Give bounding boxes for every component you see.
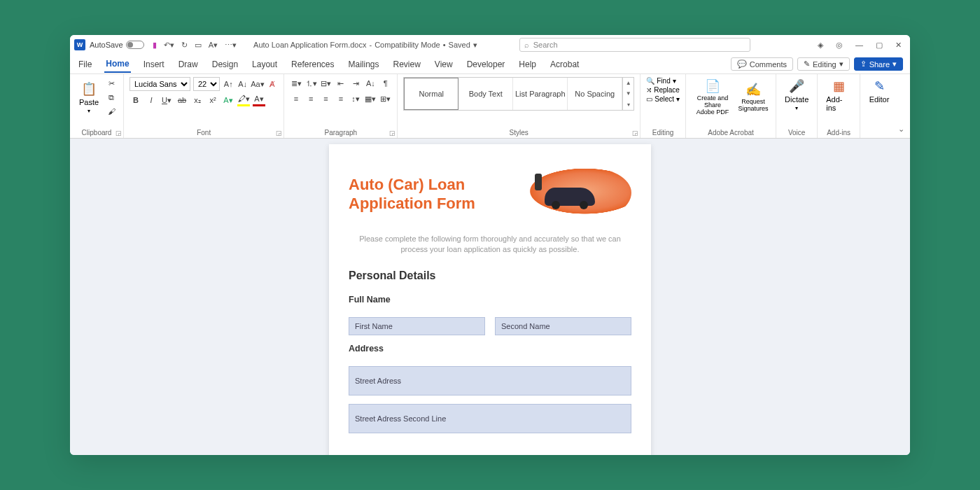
- shrink-font-icon[interactable]: A↓: [237, 78, 248, 90]
- editing-button[interactable]: ✎ Editing ▾: [797, 57, 850, 71]
- save-icon[interactable]: ▮: [151, 39, 158, 51]
- gallery-down-icon[interactable]: ▼: [623, 88, 634, 99]
- car-icon: [545, 188, 595, 206]
- document-canvas[interactable]: Auto (Car) Loan Application Form Please …: [70, 139, 910, 455]
- underline-icon[interactable]: U▾: [160, 94, 173, 106]
- chevron-down-icon[interactable]: ▾: [473, 41, 477, 50]
- tab-references[interactable]: References: [290, 57, 335, 72]
- copy-icon[interactable]: ⧉: [105, 91, 118, 104]
- tab-home[interactable]: Home: [104, 56, 130, 73]
- multilevel-icon[interactable]: ⊟▾: [320, 77, 332, 90]
- grow-font-icon[interactable]: A↑: [223, 78, 234, 90]
- italic-icon[interactable]: I: [145, 94, 158, 106]
- qat-text-icon[interactable]: A▾: [207, 39, 219, 51]
- text-effects-icon[interactable]: A▾: [222, 94, 234, 106]
- ribbon: 📋 Paste▾ ✂ ⧉ 🖌 Clipboard ◲ Lucida Sans 2…: [70, 74, 910, 139]
- font-size-select[interactable]: 22.5: [193, 77, 220, 91]
- dec-indent-icon[interactable]: ⇤: [335, 77, 346, 90]
- qat-box-icon[interactable]: ▭: [193, 39, 203, 51]
- sort-icon[interactable]: A↓: [365, 77, 377, 90]
- tab-help[interactable]: Help: [517, 57, 538, 72]
- autosave-control[interactable]: AutoSave: [90, 41, 144, 49]
- pending-icon[interactable]: ◎: [836, 41, 843, 50]
- redo-icon[interactable]: ↻: [180, 39, 189, 51]
- collapse-ribbon-icon[interactable]: ⌄: [898, 74, 910, 138]
- undo-icon[interactable]: ↶▾: [162, 39, 176, 51]
- clipboard-launcher-icon[interactable]: ◲: [115, 130, 122, 136]
- inc-indent-icon[interactable]: ⇥: [349, 77, 361, 90]
- tab-review[interactable]: Review: [392, 57, 422, 72]
- tab-developer[interactable]: Developer: [465, 57, 507, 72]
- input-second-name[interactable]: Second Name: [495, 317, 631, 335]
- style-normal[interactable]: Normal: [404, 78, 458, 110]
- line-spacing-icon[interactable]: ↕▾: [349, 92, 361, 105]
- bold-icon[interactable]: B: [130, 94, 142, 106]
- font-color-icon[interactable]: A▾: [253, 94, 265, 106]
- search-box[interactable]: ⌕ Search: [519, 38, 750, 52]
- group-paragraph: ≣▾ ⒈▾ ⊟▾ ⇤ ⇥ A↓ ¶ ≡ ≡ ≡ ≡ ↕▾ ▦▾ ⊞▾: [284, 74, 398, 138]
- close-icon[interactable]: ✕: [895, 41, 902, 50]
- shading-icon[interactable]: ▦▾: [365, 92, 377, 105]
- tab-design[interactable]: Design: [211, 57, 239, 72]
- editor-button[interactable]: ✎ Editor: [866, 77, 892, 105]
- style-body-text[interactable]: Body Text: [458, 78, 513, 110]
- format-painter-icon[interactable]: 🖌: [105, 105, 118, 118]
- input-street2[interactable]: Street Adress Second Line: [349, 404, 631, 433]
- strike-icon[interactable]: ab: [176, 94, 188, 106]
- font-launcher-icon[interactable]: ◲: [276, 130, 282, 136]
- align-right-icon[interactable]: ≡: [320, 92, 332, 105]
- tab-insert[interactable]: Insert: [142, 57, 166, 72]
- subscript-icon[interactable]: x₂: [191, 94, 204, 106]
- highlight-icon[interactable]: 🖍▾: [237, 94, 250, 106]
- style-list-paragraph[interactable]: List Paragraph: [513, 78, 568, 110]
- align-center-icon[interactable]: ≡: [305, 92, 317, 105]
- create-pdf-button[interactable]: 📄 Create and Share Adobe PDF: [692, 77, 734, 118]
- group-editing: 🔍 Find ▾ ⤭ Replace ▭ Select ▾ Editing: [640, 74, 686, 138]
- tab-layout[interactable]: Layout: [251, 57, 279, 72]
- select-button[interactable]: ▭ Select ▾: [646, 95, 680, 103]
- find-button[interactable]: 🔍 Find ▾: [646, 77, 680, 85]
- justify-icon[interactable]: ≡: [335, 92, 346, 105]
- superscript-icon[interactable]: x²: [206, 94, 219, 106]
- numbering-icon[interactable]: ⒈▾: [305, 77, 317, 90]
- minimize-icon[interactable]: —: [855, 41, 863, 50]
- comments-button[interactable]: 💬 Comments: [731, 57, 793, 71]
- tab-acrobat[interactable]: Acrobat: [549, 57, 580, 72]
- share-button[interactable]: ⇪ Share ▾: [854, 57, 903, 71]
- quick-access-toolbar: ▮ ↶▾ ↻ ▭ A▾ ⋯▾: [151, 39, 238, 51]
- bullets-icon[interactable]: ≣▾: [290, 77, 302, 90]
- label-address: Address: [349, 344, 631, 354]
- dictate-button[interactable]: 🎤 Dictate▾: [782, 77, 811, 113]
- input-first-name[interactable]: First Name: [349, 317, 485, 335]
- input-street[interactable]: Street Adress: [349, 366, 631, 396]
- group-adobe: 📄 Create and Share Adobe PDF ✍ Request S…: [686, 74, 776, 138]
- tab-draw[interactable]: Draw: [177, 57, 200, 72]
- change-case-icon[interactable]: Aa▾: [251, 78, 264, 90]
- car-illustration: [528, 167, 631, 221]
- tab-file[interactable]: File: [77, 57, 93, 72]
- qat-more-icon[interactable]: ⋯▾: [223, 39, 238, 51]
- diamond-icon[interactable]: ◈: [818, 41, 823, 50]
- microphone-icon: 🎤: [789, 78, 804, 94]
- style-no-spacing[interactable]: No Spacing: [568, 78, 622, 110]
- addins-button[interactable]: ▦ Add-ins: [823, 77, 854, 113]
- align-left-icon[interactable]: ≡: [290, 92, 302, 105]
- styles-launcher-icon[interactable]: ◲: [632, 130, 638, 136]
- maximize-icon[interactable]: ▢: [876, 41, 883, 50]
- tab-view[interactable]: View: [433, 57, 454, 72]
- document-title: Auto Loan Application Form.docx - Compat…: [253, 41, 477, 50]
- paste-button[interactable]: 📋 Paste▾: [76, 80, 102, 115]
- borders-icon[interactable]: ⊞▾: [379, 92, 391, 105]
- cut-icon[interactable]: ✂: [105, 77, 118, 90]
- autosave-toggle[interactable]: [126, 41, 144, 49]
- request-signatures-button[interactable]: ✍ Request Signatures: [736, 80, 770, 114]
- replace-button[interactable]: ⤭ Replace: [646, 86, 680, 94]
- paragraph-launcher-icon[interactable]: ◲: [389, 130, 396, 136]
- gallery-more-icon[interactable]: ▾: [623, 99, 634, 110]
- clear-format-icon[interactable]: A̸: [267, 78, 278, 90]
- tab-mailings[interactable]: Mailings: [346, 57, 380, 72]
- font-family-select[interactable]: Lucida Sans: [130, 77, 190, 91]
- gallery-up-icon[interactable]: ▲: [623, 78, 634, 88]
- show-marks-icon[interactable]: ¶: [379, 77, 391, 90]
- app-window: W AutoSave ▮ ↶▾ ↻ ▭ A▾ ⋯▾ Auto Loan Appl…: [70, 35, 910, 455]
